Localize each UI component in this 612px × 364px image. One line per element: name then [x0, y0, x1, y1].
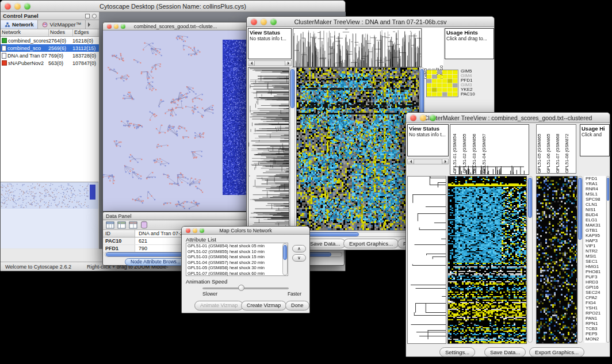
attribute-item[interactable]: GPL51-01 (GSM854) heat shock 05 min	[186, 243, 288, 249]
scroll-right-arrow[interactable]	[285, 61, 291, 66]
column-label: GPL51-04 (GSM857	[481, 125, 491, 173]
zoom-vscrollbar[interactable]	[577, 176, 583, 343]
scrollbar-thumb[interactable]	[283, 245, 287, 260]
attribute-item[interactable]: GPL51-04 (GSM857) heat shock 20 min	[186, 260, 288, 266]
gene-label: MON2	[584, 336, 606, 342]
network-tree-rows: combined_scores2764(0)16218(0)combined_s…	[1, 37, 99, 67]
heatmap-vscrollbar[interactable]	[527, 176, 533, 343]
zoom-heatmap-canvas[interactable]	[426, 70, 458, 97]
minimize-button[interactable]	[420, 114, 426, 121]
close-button[interactable]	[186, 228, 190, 233]
column-label: GPL51-08 (GSM872	[564, 125, 573, 173]
close-button[interactable]	[107, 24, 112, 29]
zoom-button[interactable]	[430, 114, 436, 121]
network-row[interactable]: DNA and Tran 07769(0)183728(0)	[1, 52, 99, 59]
dialog-title-bar[interactable]: Map Colors to Network	[182, 227, 309, 235]
close-panel-icon[interactable]	[92, 14, 97, 18]
zoom-heatmap-canvas[interactable]	[536, 176, 577, 344]
attribute-item[interactable]: GPL51-03 (GSM856) heat shock 15 min	[186, 254, 288, 260]
attribute-item[interactable]: GPL51-07 (GSM868) heat shock 60 min	[186, 271, 288, 277]
attribute-item[interactable]: GPL51-02 (GSM855) heat shock 10 min	[186, 249, 288, 255]
float-panel-icon[interactable]	[85, 14, 90, 18]
minimize-button[interactable]	[261, 18, 267, 25]
move-up-button[interactable]: ∧	[292, 245, 306, 252]
save-data-button[interactable]: Save Data...	[304, 239, 346, 248]
scroll-right-arrow[interactable]	[442, 159, 448, 164]
gene-label: HAP3	[584, 238, 606, 243]
mini-hscrollbar[interactable]	[407, 159, 449, 164]
close-button[interactable]	[410, 114, 416, 121]
network-table-header[interactable]: Network Nodes Edges	[1, 29, 99, 37]
scrollbar-thumb[interactable]	[290, 69, 294, 108]
network-row[interactable]: sNAPuberNov2563(0)107847(0)	[1, 59, 99, 67]
gene-label: HRD3	[584, 279, 606, 285]
gene-label: FIG4	[584, 300, 606, 305]
tab-overflow-arrow[interactable]	[86, 20, 95, 29]
gene-list-scrollbar[interactable]	[606, 176, 610, 343]
close-button[interactable]	[251, 18, 257, 25]
network-color-icon	[2, 60, 7, 66]
animate-vizmap-button[interactable]: Animate Vizmap	[194, 301, 243, 311]
done-button[interactable]: Done	[285, 301, 309, 311]
row-dendrogram-canvas[interactable]	[407, 176, 446, 344]
gene-label: MSI1	[584, 254, 606, 259]
zoom-row-labels: GIM5GIM4PFD1GIM3YKE2PAC10	[461, 69, 475, 97]
network-row[interactable]: combined_scores2764(0)16218(0)	[1, 37, 99, 44]
dialog-title: Map Colors to Network	[219, 228, 272, 233]
tab-vizmapper[interactable]: VizMapper™	[38, 20, 86, 29]
column-dendrogram-canvas[interactable]	[293, 28, 422, 67]
create-vizmap-button[interactable]: Create Vizmap	[241, 301, 286, 311]
row-dendrogram-canvas[interactable]	[248, 67, 289, 231]
node-attribute-browser-button[interactable]: Node Attribute Brows...	[125, 258, 186, 266]
export-graphics-button[interactable]: Export Graphics...	[343, 239, 399, 248]
minimize-button[interactable]	[193, 228, 197, 233]
mini-hscrollbar[interactable]	[248, 60, 292, 66]
close-button[interactable]	[5, 3, 11, 9]
gene-label: BUD4	[584, 212, 606, 217]
usage-hints-panel: Usage Hints Click and drag to...	[445, 28, 494, 59]
minimize-button[interactable]	[14, 3, 21, 9]
gene-label: NTR2	[584, 248, 606, 254]
scrollbar-thumb[interactable]	[578, 178, 582, 240]
treeview2-title-bar[interactable]: ClusterMaker TreeView : combined_scores_…	[406, 113, 610, 123]
gene-label: KAP95	[584, 233, 606, 238]
delete-attribute-icon[interactable]	[129, 221, 137, 229]
treeview2-content: View Status No status info t... GPL51-01…	[406, 123, 610, 357]
usage-hints-title: Usage Hi	[582, 125, 608, 132]
zoom-button[interactable]	[24, 3, 30, 9]
export-graphics-button[interactable]: Export Graphics...	[529, 347, 584, 357]
global-heatmap-canvas[interactable]	[296, 67, 419, 231]
treeview2-title: ClusterMaker TreeView : combined_scores_…	[424, 114, 592, 121]
birdseye-view-canvas[interactable]	[1, 182, 98, 248]
scrollbar-thumb[interactable]	[528, 178, 532, 218]
scroll-left-arrow[interactable]	[248, 61, 255, 66]
slower-label: Slower	[202, 291, 217, 297]
attribute-store-icon[interactable]	[140, 221, 148, 229]
attribute-list[interactable]: GPL51-01 (GSM854) heat shock 05 minGPL51…	[186, 243, 288, 276]
gene-label: YSH1	[584, 305, 606, 311]
network-view-title-bar[interactable]: combined_scores_good.txt--cluste...	[103, 22, 248, 30]
move-down-button[interactable]: ∨	[292, 254, 306, 262]
save-data-button[interactable]: Save Data...	[484, 347, 526, 357]
scroll-left-arrow[interactable]	[408, 159, 414, 164]
slider-thumb[interactable]	[238, 285, 244, 291]
scrollbar-thumb[interactable]	[607, 178, 609, 201]
minimize-button[interactable]	[114, 24, 118, 29]
tab-network[interactable]: Network	[1, 20, 38, 29]
attribute-list-scrollbar[interactable]	[282, 243, 288, 275]
network-view-canvas[interactable]	[103, 30, 248, 211]
attribute-item[interactable]: GPL51-05 (GSM858) heat shock 30 min	[186, 265, 288, 271]
treeview1-title-bar[interactable]: ClusterMaker TreeView : DNA and Tran 07-…	[247, 17, 494, 27]
settings-button[interactable]: Settings...	[439, 347, 475, 357]
create-attribute-icon[interactable]	[117, 221, 126, 229]
dendrogram-vscrollbar[interactable]	[290, 67, 295, 229]
zoom-button[interactable]	[121, 24, 125, 29]
main-title-bar[interactable]: Cytoscape Desktop (Session Name: collins…	[1, 1, 345, 12]
zoom-button[interactable]	[200, 228, 204, 233]
global-heatmap-canvas[interactable]	[447, 176, 527, 344]
select-attributes-icon[interactable]	[106, 221, 114, 229]
zoom-button[interactable]	[270, 18, 277, 25]
id-column-header[interactable]: ID	[103, 230, 135, 237]
animation-speed-slider[interactable]	[202, 288, 289, 289]
network-row[interactable]: combined_sco2569(6)13112(15)	[1, 44, 99, 52]
